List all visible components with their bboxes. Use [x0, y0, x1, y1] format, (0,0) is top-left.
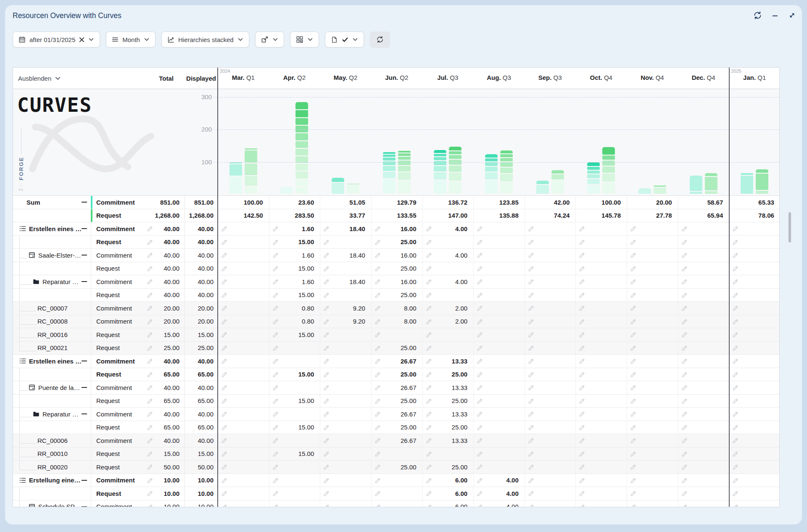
total-cell[interactable]: 10.00 — [139, 474, 185, 487]
month-value-cell[interactable] — [371, 487, 422, 500]
total-cell[interactable]: 40.00 — [139, 222, 185, 235]
edit-pencil-icon[interactable] — [426, 332, 432, 338]
month-value-cell[interactable] — [473, 381, 525, 394]
month-value-cell[interactable]: 13.33 — [422, 408, 474, 421]
edit-pencil-icon[interactable] — [579, 239, 585, 245]
month-value-cell[interactable]: 2.00 — [422, 302, 474, 315]
edit-pencil-icon[interactable] — [221, 319, 227, 325]
month-value-cell[interactable] — [575, 236, 627, 249]
month-value-cell[interactable] — [218, 421, 269, 434]
edit-pencil-icon[interactable] — [681, 411, 688, 417]
month-value-cell[interactable]: 18.40 — [320, 249, 371, 262]
edit-pencil-icon[interactable] — [272, 345, 279, 351]
month-value-cell[interactable] — [627, 381, 678, 394]
edit-pencil-icon[interactable] — [630, 477, 636, 484]
edit-pencil-icon[interactable] — [477, 411, 483, 417]
edit-pencil-icon[interactable] — [681, 437, 688, 444]
edit-pencil-icon[interactable] — [630, 437, 636, 444]
edit-pencil-icon[interactable] — [681, 424, 688, 431]
month-value-cell[interactable] — [320, 328, 371, 341]
edit-pencil-icon[interactable] — [221, 305, 227, 311]
edit-pencil-icon[interactable] — [630, 332, 636, 338]
month-value-cell[interactable]: 25.00 — [422, 461, 474, 474]
month-value-cell[interactable] — [525, 408, 576, 421]
edit-pencil-icon[interactable] — [272, 371, 279, 378]
month-value-cell[interactable] — [627, 448, 678, 461]
edit-pencil-icon[interactable] — [426, 451, 432, 457]
edit-pencil-icon[interactable] — [630, 371, 636, 378]
edit-pencil-icon[interactable] — [528, 345, 534, 351]
edit-pencil-icon[interactable] — [528, 385, 534, 391]
month-value-cell[interactable] — [627, 461, 678, 474]
month-value-cell[interactable] — [320, 421, 371, 434]
edit-pencil-icon[interactable] — [374, 358, 381, 364]
month-value-cell[interactable] — [575, 302, 627, 315]
edit-pencil-icon[interactable] — [681, 332, 688, 338]
month-value-cell[interactable]: 1.60 — [269, 275, 320, 288]
edit-pencil-icon[interactable] — [426, 266, 432, 272]
edit-pencil-icon[interactable] — [272, 464, 279, 470]
edit-pencil-icon[interactable] — [630, 305, 636, 311]
month-value-cell[interactable] — [729, 368, 780, 381]
edit-pencil-icon[interactable] — [374, 239, 381, 245]
total-cell[interactable]: 50.00 — [139, 461, 185, 474]
month-value-cell[interactable]: 16.00 — [371, 275, 422, 288]
interval-button[interactable]: Month — [106, 32, 156, 47]
edit-pencil-icon[interactable] — [630, 239, 636, 245]
edit-pencil-icon[interactable] — [732, 279, 738, 285]
month-value-cell[interactable]: 15.00 — [269, 289, 320, 302]
edit-pencil-icon[interactable] — [426, 345, 432, 351]
month-value-cell[interactable] — [525, 342, 576, 355]
edit-pencil-icon[interactable] — [477, 332, 483, 338]
edit-pencil-icon[interactable] — [477, 239, 483, 245]
edit-pencil-icon[interactable] — [732, 411, 738, 417]
month-value-cell[interactable]: 1.60 — [269, 249, 320, 262]
month-value-cell[interactable]: 9.20 — [320, 302, 371, 315]
edit-pencil-icon[interactable] — [221, 226, 227, 232]
edit-pencil-icon[interactable] — [732, 305, 738, 311]
month-value-cell[interactable] — [525, 368, 576, 381]
edit-pencil-icon[interactable] — [732, 424, 738, 431]
edit-pencil-icon[interactable] — [221, 451, 227, 457]
edit-pencil-icon[interactable] — [579, 371, 585, 378]
total-cell[interactable]: 20.00 — [139, 315, 185, 328]
month-value-cell[interactable] — [473, 408, 525, 421]
month-value-cell[interactable]: 15.00 — [269, 395, 320, 408]
month-value-cell[interactable] — [320, 395, 371, 408]
collapse-toggle[interactable] — [82, 413, 87, 414]
edit-pencil-icon[interactable] — [477, 279, 483, 285]
date-filter-button[interactable]: after 01/31/2025 — [13, 32, 100, 47]
month-value-cell[interactable] — [269, 408, 320, 421]
month-value-cell[interactable] — [473, 289, 525, 302]
edit-pencil-icon[interactable] — [426, 398, 432, 404]
month-value-cell[interactable] — [678, 421, 729, 434]
edit-pencil-icon[interactable] — [221, 464, 227, 470]
edit-pencil-icon[interactable] — [528, 305, 534, 311]
edit-pencil-icon[interactable] — [147, 319, 153, 325]
edit-pencil-icon[interactable] — [528, 358, 534, 364]
month-value-cell[interactable] — [729, 236, 780, 249]
edit-pencil-icon[interactable] — [323, 332, 330, 338]
month-value-cell[interactable] — [729, 448, 780, 461]
edit-pencil-icon[interactable] — [477, 424, 483, 431]
edit-pencil-icon[interactable] — [426, 226, 432, 232]
minimize-icon[interactable] — [771, 12, 779, 19]
edit-pencil-icon[interactable] — [579, 464, 585, 470]
document-check-button[interactable] — [325, 32, 364, 47]
edit-pencil-icon[interactable] — [528, 226, 534, 232]
month-value-cell[interactable] — [575, 342, 627, 355]
edit-pencil-icon[interactable] — [732, 319, 738, 325]
month-value-cell[interactable] — [575, 368, 627, 381]
month-value-cell[interactable] — [320, 262, 371, 275]
hide-column-control[interactable]: Ausblenden — [18, 68, 61, 89]
edit-pencil-icon[interactable] — [528, 437, 534, 444]
month-value-cell[interactable] — [575, 249, 627, 262]
month-value-cell[interactable] — [269, 461, 320, 474]
month-value-cell[interactable] — [525, 474, 576, 487]
month-value-cell[interactable] — [218, 368, 269, 381]
month-value-cell[interactable] — [729, 249, 780, 262]
month-value-cell[interactable] — [320, 408, 371, 421]
month-value-cell[interactable] — [525, 262, 576, 275]
month-value-cell[interactable] — [218, 408, 269, 421]
edit-pencil-icon[interactable] — [147, 504, 153, 508]
